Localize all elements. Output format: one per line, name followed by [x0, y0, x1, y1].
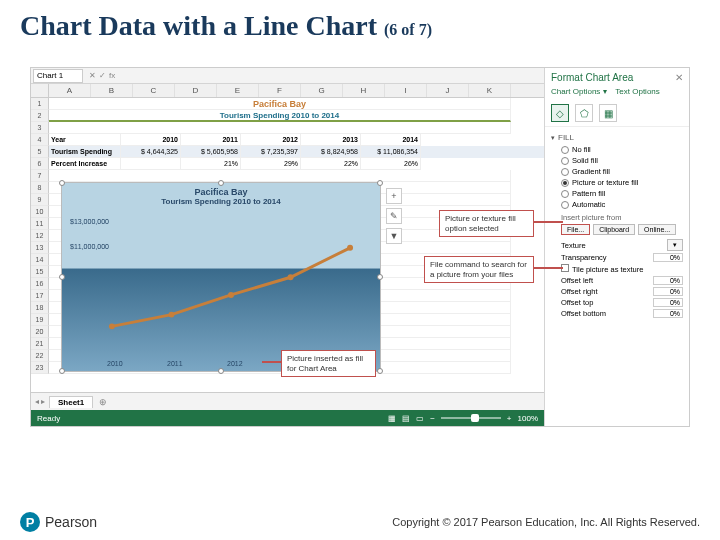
chart-plot-area[interactable]	[102, 238, 360, 346]
cell[interactable]: Year	[49, 134, 121, 146]
row-header[interactable]: 7	[31, 170, 49, 182]
resize-handle[interactable]	[59, 368, 65, 374]
fill-section-heading[interactable]: FILL	[551, 131, 683, 144]
view-layout-icon[interactable]: ▤	[402, 414, 410, 423]
enter-icon[interactable]: ✓	[99, 71, 106, 80]
resize-handle[interactable]	[59, 180, 65, 186]
close-icon[interactable]: ✕	[675, 72, 683, 83]
online-button[interactable]: Online...	[638, 224, 676, 235]
cell[interactable]: 29%	[241, 158, 301, 170]
col-header[interactable]: D	[175, 84, 217, 97]
fill-line-icon[interactable]: ◇	[551, 104, 569, 122]
col-header[interactable]: F	[259, 84, 301, 97]
cell[interactable]: 2012	[241, 134, 301, 146]
col-header[interactable]: E	[217, 84, 259, 97]
cell[interactable]: $ 5,605,958	[181, 146, 241, 158]
cell[interactable]: $ 4,644,325	[121, 146, 181, 158]
cell[interactable]: $ 11,086,354	[361, 146, 421, 158]
transparency-input[interactable]: 0%	[653, 253, 683, 262]
chart-elements-button[interactable]: +	[386, 188, 402, 204]
col-header[interactable]: C	[133, 84, 175, 97]
sheet-nav[interactable]: ◂▸	[31, 397, 49, 406]
row-header[interactable]: 12	[31, 230, 49, 242]
view-break-icon[interactable]: ▭	[416, 414, 424, 423]
cell[interactable]: 21%	[181, 158, 241, 170]
row-header[interactable]: 1	[31, 98, 49, 110]
cell[interactable]: 22%	[301, 158, 361, 170]
cell[interactable]: 2011	[181, 134, 241, 146]
col-header[interactable]: J	[427, 84, 469, 97]
cell-title[interactable]: Pacifica Bay	[49, 98, 511, 110]
cell[interactable]	[121, 158, 181, 170]
radio-gradient-fill[interactable]: Gradient fill	[551, 166, 683, 177]
resize-handle[interactable]	[377, 274, 383, 280]
view-normal-icon[interactable]: ▦	[388, 414, 396, 423]
radio-auto-fill[interactable]: Automatic	[551, 199, 683, 210]
row-header[interactable]: 17	[31, 290, 49, 302]
chart-styles-button[interactable]: ✎	[386, 208, 402, 224]
row-header[interactable]: 4	[31, 134, 49, 146]
row-header[interactable]: 10	[31, 206, 49, 218]
resize-handle[interactable]	[218, 368, 224, 374]
zoom-in-icon[interactable]: +	[507, 414, 512, 423]
col-header[interactable]: H	[343, 84, 385, 97]
resize-handle[interactable]	[377, 368, 383, 374]
radio-solid-fill[interactable]: Solid fill	[551, 155, 683, 166]
row-header[interactable]: 13	[31, 242, 49, 254]
chart-filters-button[interactable]: ▼	[386, 228, 402, 244]
cell[interactable]: Tourism Spending	[49, 146, 121, 158]
offset-top-input[interactable]: 0%	[653, 298, 683, 307]
row-header[interactable]: 6	[31, 158, 49, 170]
row-header[interactable]: 20	[31, 326, 49, 338]
zoom-level[interactable]: 100%	[518, 414, 538, 423]
resize-handle[interactable]	[59, 274, 65, 280]
zoom-out-icon[interactable]: −	[430, 414, 435, 423]
row-header[interactable]: 8	[31, 182, 49, 194]
name-box[interactable]: Chart 1	[33, 69, 83, 83]
row-header[interactable]: 2	[31, 110, 49, 122]
fx-icon[interactable]: fx	[109, 71, 115, 80]
row-header[interactable]: 11	[31, 218, 49, 230]
row-header[interactable]: 3	[31, 122, 49, 134]
new-sheet-button[interactable]: ⊕	[93, 397, 113, 407]
cell[interactable]: 2014	[361, 134, 421, 146]
tile-checkbox[interactable]: Tile picture as texture	[551, 263, 683, 275]
file-button[interactable]: File...	[561, 224, 590, 235]
offset-right-input[interactable]: 0%	[653, 287, 683, 296]
col-header[interactable]: I	[385, 84, 427, 97]
cell[interactable]: Percent Increase	[49, 158, 121, 170]
effects-icon[interactable]: ⬠	[575, 104, 593, 122]
offset-bottom-input[interactable]: 0%	[653, 309, 683, 318]
row-header[interactable]: 23	[31, 362, 49, 374]
offset-left-input[interactable]: 0%	[653, 276, 683, 285]
chart-subtitle[interactable]: Tourism Spending 2010 to 2014	[62, 197, 380, 206]
radio-pattern-fill[interactable]: Pattern fill	[551, 188, 683, 199]
row-header[interactable]: 15	[31, 266, 49, 278]
resize-handle[interactable]	[377, 180, 383, 186]
row-header[interactable]: 19	[31, 314, 49, 326]
clipboard-button[interactable]: Clipboard	[593, 224, 635, 235]
cell[interactable]: $ 8,824,958	[301, 146, 361, 158]
col-header[interactable]: K	[469, 84, 511, 97]
row-header[interactable]: 9	[31, 194, 49, 206]
size-props-icon[interactable]: ▦	[599, 104, 617, 122]
col-header[interactable]: G	[301, 84, 343, 97]
cell[interactable]: 26%	[361, 158, 421, 170]
radio-no-fill[interactable]: No fill	[551, 144, 683, 155]
cell[interactable]: 2013	[301, 134, 361, 146]
chart-options-link[interactable]: Chart Options ▾	[551, 87, 607, 96]
row-header[interactable]: 5	[31, 146, 49, 158]
zoom-slider[interactable]	[441, 417, 501, 419]
col-header[interactable]: A	[49, 84, 91, 97]
cancel-icon[interactable]: ✕	[89, 71, 96, 80]
resize-handle[interactable]	[218, 180, 224, 186]
row-header[interactable]: 16	[31, 278, 49, 290]
chart-object[interactable]: Pacifica Bay Tourism Spending 2010 to 20…	[61, 182, 381, 372]
row-header[interactable]: 22	[31, 350, 49, 362]
texture-picker[interactable]: ▾	[667, 239, 683, 251]
row-header[interactable]: 21	[31, 338, 49, 350]
cell[interactable]: $ 7,235,397	[241, 146, 301, 158]
col-header[interactable]: B	[91, 84, 133, 97]
sheet-tab[interactable]: Sheet1	[49, 396, 93, 408]
cell[interactable]: 2010	[121, 134, 181, 146]
